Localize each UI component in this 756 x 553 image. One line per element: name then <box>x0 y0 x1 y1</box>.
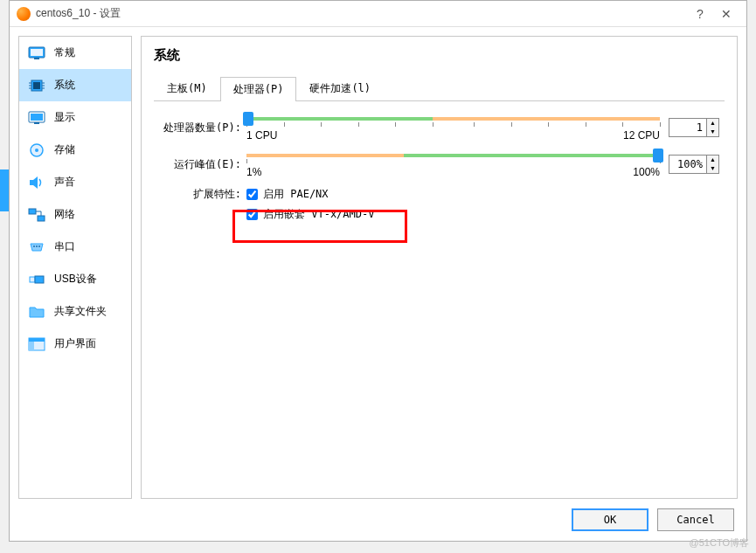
window-title: centos6_10 - 设置 <box>36 6 687 21</box>
sidebar-item-label: 存储 <box>54 142 75 157</box>
exec-max-label: 100% <box>633 166 660 178</box>
sidebar-item-storage[interactable]: 存储 <box>19 134 131 166</box>
ui-icon <box>28 337 45 351</box>
spin-up-icon[interactable]: ▲ <box>707 119 718 128</box>
content-panel: 系统 主板(M) 处理器(P) 硬件加速(l) 处理器数量(P): <box>141 36 738 499</box>
ok-button[interactable]: OK <box>572 508 648 531</box>
svg-point-21 <box>36 245 38 247</box>
network-icon <box>28 208 45 222</box>
sidebar-item-user-interface[interactable]: 用户界面 <box>19 328 131 360</box>
watermark: @51CTO博客 <box>690 536 749 550</box>
svg-point-15 <box>35 149 38 152</box>
monitor-icon <box>28 46 45 60</box>
display-icon <box>28 111 45 125</box>
tabs: 主板(M) 处理器(P) 硬件加速(l) <box>154 76 725 101</box>
cancel-button[interactable]: Cancel <box>657 508 734 531</box>
sidebar-item-label: USB设备 <box>54 272 97 287</box>
cpu-count-slider[interactable] <box>246 114 660 122</box>
exec-cap-slider[interactable] <box>246 150 660 159</box>
svg-rect-16 <box>29 209 36 214</box>
svg-rect-13 <box>34 122 39 124</box>
sidebar-item-usb[interactable]: USB设备 <box>19 263 131 295</box>
exec-min-label: 1% <box>246 166 261 178</box>
sidebar-item-label: 用户界面 <box>54 336 96 351</box>
cpu-max-label: 12 CPU <box>623 129 660 142</box>
sidebar-item-shared-folders[interactable]: 共享文件夹 <box>19 295 131 328</box>
footer: OK Cancel <box>10 499 746 541</box>
cpu-slider-handle[interactable] <box>243 112 253 126</box>
settings-window: centos6_10 - 设置 ? ✕ 常规 系统 显示 存储 <box>9 0 747 542</box>
chip-icon <box>28 79 45 93</box>
tab-processor[interactable]: 处理器(P) <box>220 77 297 101</box>
pae-checkbox[interactable] <box>246 189 258 200</box>
help-button[interactable]: ? <box>687 7 713 21</box>
exec-cap-input[interactable] <box>669 158 706 170</box>
svg-point-20 <box>33 245 35 247</box>
cpu-count-label: 处理器数量(P): <box>159 121 246 135</box>
left-blue-strip <box>0 169 9 211</box>
app-icon <box>17 7 31 21</box>
nested-vt-label: 启用嵌套 VT-x/AMD-V <box>263 207 374 222</box>
sidebar-item-system[interactable]: 系统 <box>19 69 131 101</box>
pae-label: 启用 PAE/NX <box>263 187 329 202</box>
svg-rect-24 <box>35 276 44 283</box>
svg-rect-2 <box>34 58 39 59</box>
tab-motherboard[interactable]: 主板(M) <box>154 76 220 100</box>
sidebar-item-label: 串口 <box>54 239 75 254</box>
svg-point-22 <box>38 245 40 247</box>
svg-rect-1 <box>31 49 43 56</box>
svg-rect-4 <box>33 82 40 89</box>
sidebar-item-display[interactable]: 显示 <box>19 101 131 134</box>
spin-down-icon[interactable]: ▼ <box>707 164 718 173</box>
sidebar-item-label: 网络 <box>54 207 75 222</box>
titlebar: centos6_10 - 设置 ? ✕ <box>10 1 746 27</box>
close-button[interactable]: ✕ <box>713 7 739 21</box>
exec-cap-label: 运行峰值(E): <box>159 157 246 172</box>
sidebar-item-label: 共享文件夹 <box>54 304 107 319</box>
svg-rect-17 <box>38 216 45 221</box>
nested-vt-checkbox[interactable] <box>246 209 258 220</box>
sidebar-item-label: 声音 <box>54 175 75 190</box>
sidebar-item-serial[interactable]: 串口 <box>19 231 131 263</box>
serial-icon <box>28 240 45 254</box>
sidebar: 常规 系统 显示 存储 声音 网络 <box>18 36 132 499</box>
sidebar-item-general[interactable]: 常规 <box>19 37 131 69</box>
exec-slider-handle[interactable] <box>653 149 663 162</box>
svg-rect-27 <box>29 342 34 350</box>
sidebar-item-label: 常规 <box>54 45 75 60</box>
svg-rect-26 <box>29 338 45 342</box>
usb-icon <box>28 273 45 287</box>
cpu-count-input[interactable] <box>669 121 706 134</box>
disk-icon <box>28 143 45 157</box>
svg-rect-12 <box>31 114 43 121</box>
sidebar-item-audio[interactable]: 声音 <box>19 166 131 198</box>
section-title: 系统 <box>154 47 725 64</box>
folder-icon <box>28 305 45 319</box>
ext-features-label: 扩展特性: <box>159 187 246 202</box>
sidebar-item-label: 显示 <box>54 110 75 125</box>
cpu-count-spinner[interactable]: ▲▼ <box>669 118 719 137</box>
exec-cap-spinner[interactable]: ▲▼ <box>669 155 719 174</box>
speaker-icon <box>28 176 45 190</box>
cpu-min-label: 1 CPU <box>246 129 277 142</box>
spin-up-icon[interactable]: ▲ <box>707 156 718 164</box>
tab-acceleration[interactable]: 硬件加速(l) <box>296 76 384 100</box>
sidebar-item-label: 系统 <box>54 78 75 93</box>
svg-rect-23 <box>30 277 35 282</box>
spin-down-icon[interactable]: ▼ <box>707 128 718 136</box>
sidebar-item-network[interactable]: 网络 <box>19 198 131 231</box>
